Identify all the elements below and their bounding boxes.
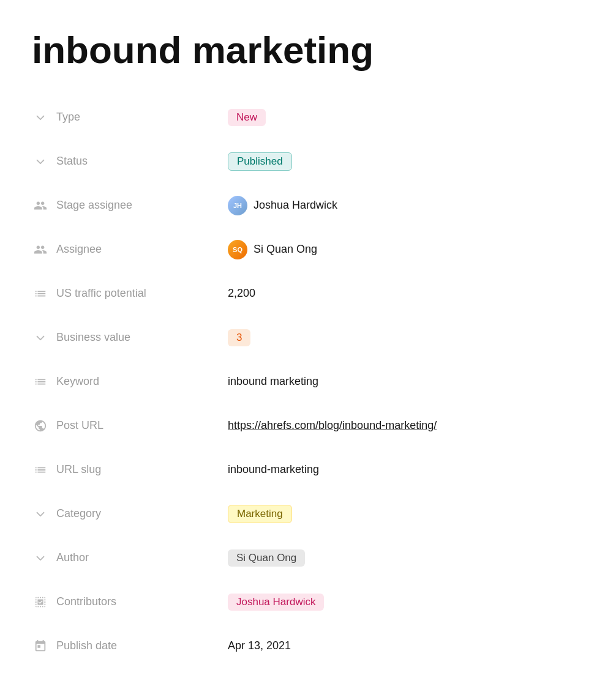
badge-type[interactable]: New xyxy=(228,109,266,126)
people-icon xyxy=(32,197,49,214)
chevron-down-icon xyxy=(32,109,49,126)
property-label-author: Author xyxy=(56,551,89,564)
property-label-category: Category xyxy=(56,507,101,520)
list-icon xyxy=(32,285,49,302)
property-label-type: Type xyxy=(56,111,80,124)
property-row-stage-assignee[interactable]: Stage assigneeJHJoshua Hardwick xyxy=(32,184,584,228)
property-value-post-url[interactable]: https://ahrefs.com/blog/inbound-marketin… xyxy=(228,419,584,432)
property-label-section-contributors: Contributors xyxy=(32,594,228,611)
property-value-publish-date: Apr 13, 2021 xyxy=(228,639,584,652)
property-row-business-value[interactable]: Business value3 xyxy=(32,316,584,360)
property-label-section-keyword: Keyword xyxy=(32,373,228,390)
text-keyword: inbound marketing xyxy=(228,375,318,388)
badge-author[interactable]: Si Quan Ong xyxy=(228,549,305,567)
page-title: inbound marketing xyxy=(32,29,584,71)
chevron-down-icon xyxy=(32,329,49,346)
property-label-business-value: Business value xyxy=(56,331,130,344)
property-row-status[interactable]: StatusPublished xyxy=(32,140,584,184)
property-value-contributors: Joshua Hardwick xyxy=(228,594,584,611)
property-label-section-business-value: Business value xyxy=(32,329,228,346)
property-label-section-post-url: Post URL xyxy=(32,417,228,434)
property-row-assignee[interactable]: AssigneeSQSi Quan Ong xyxy=(32,228,584,272)
property-label-contributors: Contributors xyxy=(56,595,116,608)
property-value-us-traffic: 2,200 xyxy=(228,287,584,300)
property-label-section-url-slug: URL slug xyxy=(32,461,228,478)
link-icon xyxy=(32,417,49,434)
property-value-url-slug: inbound-marketing xyxy=(228,463,584,476)
property-value-assignee: SQSi Quan Ong xyxy=(228,240,584,259)
property-label-status: Status xyxy=(56,155,88,168)
text-publish-date: Apr 13, 2021 xyxy=(228,639,291,652)
property-label-section-publish-date: Publish date xyxy=(32,638,228,655)
property-label-section-stage-assignee: Stage assignee xyxy=(32,197,228,214)
link-post-url[interactable]: https://ahrefs.com/blog/inbound-marketin… xyxy=(228,419,437,432)
chevron-down-icon xyxy=(32,153,49,170)
text-us-traffic: 2,200 xyxy=(228,287,255,300)
calendar-icon xyxy=(32,638,49,655)
property-row-type[interactable]: TypeNew xyxy=(32,95,584,140)
property-row-keyword[interactable]: Keywordinbound marketing xyxy=(32,360,584,404)
avatar: SQ xyxy=(228,240,247,259)
property-row-url-slug[interactable]: URL sluginbound-marketing xyxy=(32,448,584,492)
badge-category[interactable]: Marketing xyxy=(228,505,292,523)
property-label-assignee: Assignee xyxy=(56,243,102,256)
property-label-post-url: Post URL xyxy=(56,419,103,432)
property-label-section-assignee: Assignee xyxy=(32,241,228,258)
property-row-category[interactable]: CategoryMarketing xyxy=(32,492,584,536)
property-value-author: Si Quan Ong xyxy=(228,549,584,567)
assignee-name-stage-assignee: Joshua Hardwick xyxy=(254,199,337,212)
property-value-stage-assignee: JHJoshua Hardwick xyxy=(228,196,584,215)
badge-business-value[interactable]: 3 xyxy=(228,329,250,346)
property-label-stage-assignee: Stage assignee xyxy=(56,199,132,212)
property-row-post-url[interactable]: Post URLhttps://ahrefs.com/blog/inbound-… xyxy=(32,404,584,448)
property-label-url-slug: URL slug xyxy=(56,463,101,476)
chevron-down-icon xyxy=(32,549,49,567)
property-label-section-status: Status xyxy=(32,153,228,170)
property-value-business-value: 3 xyxy=(228,329,584,346)
properties-list: TypeNewStatusPublishedStage assigneeJHJo… xyxy=(32,95,584,668)
property-row-contributors[interactable]: ContributorsJoshua Hardwick xyxy=(32,580,584,624)
assignee-name-assignee: Si Quan Ong xyxy=(254,243,317,256)
property-label-publish-date: Publish date xyxy=(56,639,117,652)
property-label-section-us-traffic: US traffic potential xyxy=(32,285,228,302)
text-url-slug: inbound-marketing xyxy=(228,463,319,476)
property-row-us-traffic[interactable]: US traffic potential2,200 xyxy=(32,272,584,316)
property-label-section-category: Category xyxy=(32,505,228,523)
list-icon xyxy=(32,461,49,478)
property-value-status: Published xyxy=(228,152,584,171)
property-row-author[interactable]: AuthorSi Quan Ong xyxy=(32,536,584,580)
property-label-us-traffic: US traffic potential xyxy=(56,287,146,300)
property-label-section-type: Type xyxy=(32,109,228,126)
property-value-type: New xyxy=(228,109,584,126)
people-icon xyxy=(32,241,49,258)
checklist-icon xyxy=(32,594,49,611)
property-label-keyword: Keyword xyxy=(56,375,99,388)
badge-status[interactable]: Published xyxy=(228,152,292,171)
property-value-category: Marketing xyxy=(228,505,584,523)
badge-contributors[interactable]: Joshua Hardwick xyxy=(228,594,324,611)
property-row-publish-date[interactable]: Publish dateApr 13, 2021 xyxy=(32,624,584,668)
list-icon xyxy=(32,373,49,390)
property-value-keyword: inbound marketing xyxy=(228,375,584,388)
avatar: JH xyxy=(228,196,247,215)
chevron-down-icon xyxy=(32,505,49,523)
property-label-section-author: Author xyxy=(32,549,228,567)
